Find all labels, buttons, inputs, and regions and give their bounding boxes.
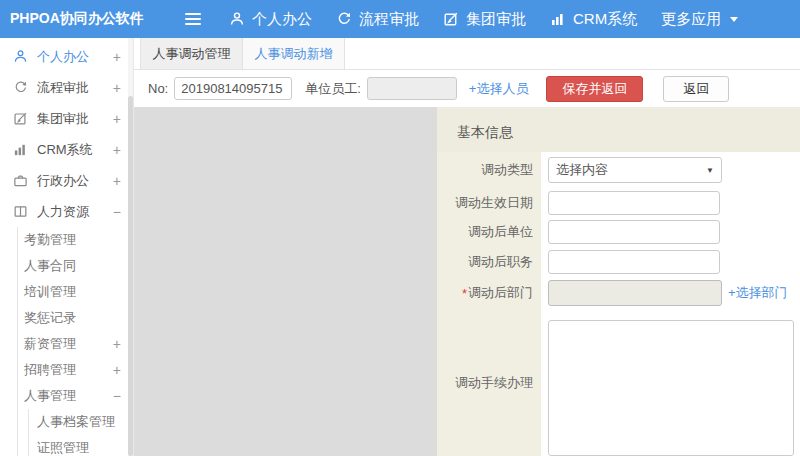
select-person-link[interactable]: +选择人员 — [469, 80, 529, 98]
transfer-procedure-textarea[interactable] — [548, 320, 794, 456]
sidebar-item-certificate-mgmt[interactable]: 证照管理 — [29, 435, 133, 456]
process-icon — [13, 80, 28, 95]
employee-label: 单位员工: — [305, 80, 361, 98]
sidebar-item-personnel-mgmt[interactable]: 人事管理 − — [18, 383, 133, 409]
personnel-submenu: 人事档案管理 证照管理 — [28, 409, 133, 456]
back-button[interactable]: 返回 — [663, 76, 729, 102]
no-input[interactable] — [174, 77, 292, 100]
sidebar-item-attendance-mgmt[interactable]: 考勤管理 — [18, 227, 133, 253]
bar-chart-icon — [550, 11, 566, 27]
sidebar-item-training-mgmt[interactable]: 培训管理 — [18, 279, 133, 305]
collapse-icon[interactable]: − — [113, 388, 121, 404]
nav-process-approval[interactable]: 流程审批 — [336, 10, 419, 29]
form-row-transfer-type: 调动类型 选择内容 ▼ — [437, 152, 800, 188]
tab-personnel-transfer-new[interactable]: 人事调动新增 — [243, 38, 345, 69]
sidebar-item-recruit-mgmt[interactable]: 招聘管理 + — [18, 357, 133, 383]
save-and-return-button[interactable]: 保存并返回 — [546, 76, 643, 102]
expand-icon[interactable]: + — [113, 336, 121, 352]
select-department-link[interactable]: +选择部门 — [728, 284, 788, 302]
caret-down-icon — [730, 17, 738, 26]
tab-strip: 人事调动管理 人事调动新增 — [134, 38, 800, 70]
sidebar: 个人办公 + 流程审批 + 集团审批 + CRM系统 + 行政办公 + — [0, 38, 134, 456]
hamburger-menu-icon[interactable] — [185, 13, 201, 25]
nav-group-approval[interactable]: 集团审批 — [443, 10, 526, 29]
top-header: PHPOA协同办公软件 个人办公 流程审批 集团审批 CRM系统 更多应用 — [0, 0, 800, 38]
field-label: 调动生效日期 — [437, 188, 541, 217]
app-window: PHPOA协同办公软件 个人办公 流程审批 集团审批 CRM系统 更多应用 — [0, 0, 800, 456]
nav-personal-office[interactable]: 个人办公 — [229, 10, 312, 29]
user-icon — [13, 49, 28, 64]
sidebar-item-hr-contract[interactable]: 人事合同 — [18, 253, 133, 279]
nav-item-label: 个人办公 — [252, 10, 312, 29]
sidebar-item-admin-office[interactable]: 行政办公 + — [0, 165, 133, 196]
sidebar-item-personal-office[interactable]: 个人办公 + — [0, 41, 133, 72]
employee-input[interactable] — [367, 77, 457, 100]
nav-item-label: CRM系统 — [573, 10, 637, 29]
expand-icon[interactable]: + — [113, 111, 121, 127]
expand-icon[interactable]: + — [113, 49, 121, 65]
field-label: 调动类型 — [437, 152, 541, 188]
edit-icon — [443, 11, 459, 27]
hr-submenu: 考勤管理 人事合同 培训管理 奖惩记录 薪资管理 + 招聘管理 + — [17, 227, 133, 456]
form-row-new-department: *调动后部门 +选择部门 — [437, 277, 800, 309]
main-area: 人事调动管理 人事调动新增 No: 单位员工: +选择人员 保存并返回 返回 基… — [134, 38, 800, 456]
form-row-new-position: 调动后职务 — [437, 247, 800, 277]
field-label: 调动后单位 — [437, 217, 541, 247]
form-row-effective-date: 调动生效日期 — [437, 188, 800, 217]
required-asterisk: * — [462, 286, 467, 301]
effective-date-input[interactable] — [548, 191, 720, 215]
app-logo: PHPOA协同办公软件 — [0, 10, 133, 28]
tab-personnel-transfer-mgmt[interactable]: 人事调动管理 — [140, 38, 243, 69]
top-nav: 个人办公 流程审批 集团审批 CRM系统 更多应用 — [229, 10, 738, 29]
sidebar-item-reward-punishment[interactable]: 奖惩记录 — [18, 305, 133, 331]
form-row-new-unit: 调动后单位 — [437, 217, 800, 247]
edit-icon — [13, 111, 28, 126]
form-row-transfer-procedure: 调动手续办理 — [437, 309, 800, 456]
transfer-type-select[interactable]: 选择内容 — [548, 157, 722, 183]
user-icon — [229, 11, 245, 27]
new-position-input[interactable] — [548, 250, 720, 274]
process-icon — [336, 11, 352, 27]
bar-chart-icon — [13, 142, 28, 157]
nav-more-apps[interactable]: 更多应用 — [661, 10, 738, 29]
book-icon — [13, 204, 28, 219]
sidebar-item-group-approval[interactable]: 集团审批 + — [0, 103, 133, 134]
expand-icon[interactable]: + — [113, 173, 121, 189]
new-department-input — [548, 280, 722, 306]
nav-item-label: 更多应用 — [661, 10, 721, 29]
briefcase-icon — [13, 173, 28, 188]
nav-item-label: 集团审批 — [466, 10, 526, 29]
sidebar-item-personnel-archive-mgmt[interactable]: 人事档案管理 — [29, 409, 133, 435]
no-label: No: — [148, 81, 168, 96]
section-title: 基本信息 — [437, 107, 800, 152]
field-label: *调动后部门 — [437, 277, 541, 309]
form-toolbar: No: 单位员工: +选择人员 保存并返回 返回 — [134, 70, 800, 108]
form-panel: 基本信息 调动类型 选择内容 ▼ 调动生效日期 — [437, 107, 800, 456]
collapse-icon[interactable]: − — [113, 204, 121, 220]
sidebar-item-human-resources[interactable]: 人力资源 − — [0, 196, 133, 227]
expand-icon[interactable]: + — [113, 80, 121, 96]
expand-icon[interactable]: + — [113, 362, 121, 378]
field-label: 调动手续办理 — [437, 309, 541, 456]
new-unit-input[interactable] — [548, 220, 720, 244]
sidebar-item-crm-system[interactable]: CRM系统 + — [0, 134, 133, 165]
sidebar-item-salary-mgmt[interactable]: 薪资管理 + — [18, 331, 133, 357]
nav-crm-system[interactable]: CRM系统 — [550, 10, 637, 29]
sidebar-scrollbar-thumb[interactable] — [128, 96, 133, 456]
sidebar-item-process-approval[interactable]: 流程审批 + — [0, 72, 133, 103]
content-area: 基本信息 调动类型 选择内容 ▼ 调动生效日期 — [134, 107, 800, 456]
field-label: 调动后职务 — [437, 247, 541, 277]
expand-icon[interactable]: + — [113, 142, 121, 158]
nav-item-label: 流程审批 — [359, 10, 419, 29]
